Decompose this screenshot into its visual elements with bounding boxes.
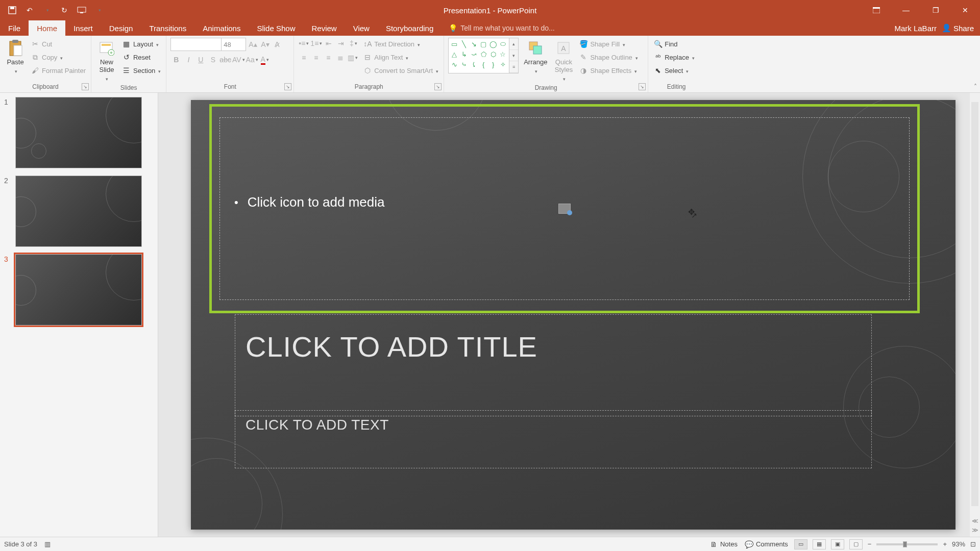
tab-review[interactable]: Review [303, 20, 345, 36]
layout-button[interactable]: ▦Layout [121, 38, 162, 50]
change-case-button[interactable]: Aa [246, 54, 258, 65]
shapes-gallery[interactable]: ▭╲↘▢◯⬭ △↳⤻⬠⬡☆ ∿⤷⤹{}✧ [448, 38, 509, 73]
prev-slide-icon[interactable]: ≪ [972, 517, 978, 524]
font-name-combo[interactable] [170, 38, 222, 51]
align-left-button[interactable]: ≡ [298, 52, 309, 63]
zoom-slider-thumb[interactable] [903, 541, 907, 547]
character-spacing-button[interactable]: AV [232, 54, 245, 65]
clipboard-dialog-launcher[interactable]: ↘ [82, 83, 89, 90]
tab-design[interactable]: Design [101, 20, 141, 36]
paragraph-dialog-launcher[interactable]: ↘ [434, 83, 442, 90]
slide-thumbnail-2[interactable] [15, 176, 142, 247]
next-slide-icon[interactable]: ≫ [972, 527, 978, 534]
grow-font-button[interactable]: A▴ [247, 39, 258, 50]
shape-effects-button[interactable]: ◑Shape Effects [578, 64, 639, 77]
arrange-button[interactable]: Arrange [522, 38, 549, 76]
vertical-scrollbar[interactable]: ≪ ≫ [970, 93, 980, 537]
tab-storyboarding[interactable]: Storyboarding [378, 20, 442, 36]
font-dialog-launcher[interactable]: ↘ [284, 83, 291, 90]
start-from-beginning-icon[interactable] [75, 3, 89, 17]
shadow-button[interactable]: S [207, 54, 218, 65]
slide-canvas[interactable]: Click icon to add media CLICK TO ADD TIT… [191, 100, 955, 530]
tab-insert[interactable]: Insert [65, 20, 101, 36]
bold-button[interactable]: B [170, 54, 182, 65]
decrease-indent-button[interactable]: ⇤ [323, 38, 334, 49]
normal-view-button[interactable]: ▭ [794, 539, 807, 549]
find-button[interactable]: 🔍Find [652, 38, 696, 50]
tab-home[interactable]: Home [29, 20, 65, 36]
shapes-gallery-scroll[interactable]: ▴▾≡ [509, 38, 519, 73]
tab-animations[interactable]: Animations [194, 20, 249, 36]
spellcheck-icon[interactable]: ▥ [44, 540, 51, 548]
signed-in-user[interactable]: Mark LaBarr [894, 24, 937, 33]
convert-smartart-button[interactable]: ⬡Convert to SmartArt [362, 64, 439, 77]
tab-slide-show[interactable]: Slide Show [249, 20, 303, 36]
shape-outline-button[interactable]: ✎Shape Outline [578, 51, 639, 63]
bullets-button[interactable]: •≡ [298, 38, 309, 49]
zoom-out-button[interactable]: − [868, 540, 872, 548]
collapse-ribbon-icon[interactable]: ˄ [974, 83, 977, 90]
strikethrough-button[interactable]: abc [219, 54, 231, 65]
align-center-button[interactable]: ≡ [310, 52, 322, 63]
media-content-placeholder[interactable]: Click icon to add media [219, 117, 910, 300]
shape-fill-button[interactable]: 🪣Shape Fill [578, 38, 639, 50]
font-size-combo[interactable] [222, 38, 246, 51]
restore-button[interactable]: ❐ [921, 0, 950, 20]
italic-button[interactable]: I [183, 54, 194, 65]
ribbon-display-options-icon[interactable] [862, 0, 891, 20]
replace-button[interactable]: ᵃᵇReplace [652, 51, 696, 63]
align-right-button[interactable]: ≡ [323, 52, 334, 63]
text-direction-button[interactable]: ↕AText Direction [362, 38, 439, 50]
slide-thumbnail-3[interactable] [15, 254, 142, 325]
undo-icon[interactable]: ↶ [22, 3, 37, 17]
line-spacing-button[interactable]: ‡ [348, 38, 359, 49]
new-slide-button[interactable]: + New Slide [95, 38, 118, 83]
zoom-slider[interactable] [876, 543, 938, 545]
minimize-button[interactable]: — [891, 0, 921, 20]
slide-canvas-area[interactable]: Click icon to add media CLICK TO ADD TIT… [158, 93, 980, 537]
slide-thumbnail-1[interactable] [15, 97, 142, 168]
zoom-in-button[interactable]: + [943, 540, 947, 548]
reset-button[interactable]: ↺Reset [121, 51, 162, 63]
tell-me-search[interactable]: 💡 Tell me what you want to do... [442, 20, 561, 36]
slideshow-view-button[interactable]: ▢ [849, 539, 863, 549]
share-button[interactable]: 👤 Share [942, 23, 974, 33]
drawing-dialog-launcher[interactable]: ↘ [639, 83, 646, 90]
save-icon[interactable] [5, 3, 19, 17]
title-placeholder[interactable]: CLICK TO ADD TITLE [235, 314, 872, 416]
format-painter-button[interactable]: 🖌Format Painter [30, 64, 87, 77]
tab-view[interactable]: View [345, 20, 378, 36]
insert-online-media-icon[interactable] [558, 204, 571, 214]
underline-button[interactable]: U [195, 54, 206, 65]
scrollbar-track[interactable] [971, 102, 978, 506]
shrink-font-button[interactable]: A▾ [259, 39, 271, 50]
numbering-button[interactable]: 1≡ [310, 38, 322, 49]
align-text-button[interactable]: ⊟Align Text [362, 51, 439, 63]
slide-counter[interactable]: Slide 3 of 3 [4, 540, 37, 548]
paste-button[interactable]: Paste [4, 38, 27, 76]
justify-button[interactable]: ≣ [335, 52, 346, 63]
zoom-percent[interactable]: 93% [952, 540, 965, 548]
section-button[interactable]: ☰Section [121, 64, 162, 77]
tab-transitions[interactable]: Transitions [141, 20, 194, 36]
fit-to-window-button[interactable]: ⊡ [970, 540, 976, 548]
clear-formatting-button[interactable]: A̷ [272, 39, 283, 50]
font-color-button[interactable]: A [259, 54, 271, 65]
increase-indent-button[interactable]: ⇥ [335, 38, 347, 49]
tab-file[interactable]: File [0, 20, 29, 36]
copy-button[interactable]: ⧉Copy [30, 51, 87, 63]
select-button[interactable]: ⬉Select [652, 64, 696, 77]
undo-dropdown[interactable] [40, 3, 54, 17]
text-placeholder[interactable]: CLICK TO ADD TEXT [235, 410, 872, 468]
reading-view-button[interactable]: ▣ [831, 539, 844, 549]
redo-icon[interactable]: ↻ [57, 3, 71, 17]
close-button[interactable]: ✕ [950, 0, 980, 20]
slide-sorter-view-button[interactable]: ▦ [813, 539, 826, 549]
cut-button[interactable]: ✂Cut [30, 38, 87, 50]
columns-button[interactable]: ▥ [347, 52, 358, 63]
comments-button[interactable]: 💬Comments [744, 538, 789, 550]
slide-thumbnail-pane[interactable]: 1 2 3 [0, 93, 158, 537]
qat-customize-dropdown[interactable] [92, 3, 106, 17]
quick-styles-button[interactable]: A Quick Styles [552, 38, 575, 83]
notes-button[interactable]: 🗎Notes [708, 538, 739, 550]
